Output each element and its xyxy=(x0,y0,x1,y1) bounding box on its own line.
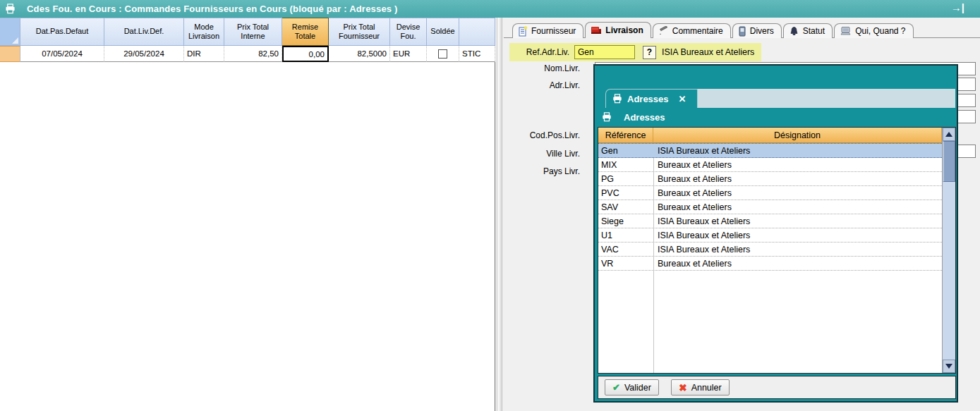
scrollbar-thumb[interactable] xyxy=(943,141,955,182)
cell-designation: ISIA Bureaux et Ateliers xyxy=(653,214,942,228)
scroll-up-button[interactable] xyxy=(943,128,955,141)
cell-reference: Gen xyxy=(598,144,653,157)
address-row-pg[interactable]: PG Bureaux et Ateliers xyxy=(598,172,942,186)
valider-button[interactable]: ✔ Valider xyxy=(605,379,659,395)
address-row-gen[interactable]: Gen ISIA Bureaux et Ateliers xyxy=(598,143,942,158)
col-header-prix-total-interne[interactable]: Prix Total Interne xyxy=(224,18,282,46)
cell-soldee xyxy=(427,46,459,62)
adresses-table-header: Référence Désignation xyxy=(598,128,942,143)
ville-livr-label: Ville Livr. xyxy=(502,149,580,159)
computer-icon xyxy=(840,26,852,36)
col-header-blank[interactable] xyxy=(459,18,495,46)
tab-label: Commentaire xyxy=(672,26,723,36)
soldee-checkbox[interactable] xyxy=(438,49,447,59)
close-icon[interactable]: ✕ xyxy=(679,94,686,104)
cell-designation: ISIA Bureaux et Ateliers xyxy=(653,243,942,256)
ref-adr-liv-description: ISIA Bureaux et Ateliers xyxy=(662,47,754,57)
col-header-prix-total-fournisseur[interactable]: Prix Total Fournisseur xyxy=(329,18,390,46)
cell-reference: PVC xyxy=(598,186,653,200)
check-icon: ✔ xyxy=(612,382,620,393)
tab-label: Fournisseur xyxy=(531,26,576,36)
dialog-tabstrip xyxy=(697,89,955,108)
col-header-dat-liv-def[interactable]: Dat.Liv.Def. xyxy=(104,18,184,46)
col-header-soldee[interactable]: Soldée xyxy=(427,18,459,46)
col-header-reference[interactable]: Référence xyxy=(598,128,653,143)
tab-fournisseur[interactable]: Fournisseur xyxy=(512,23,583,38)
adresses-dialog-tab[interactable]: Adresses ✕ xyxy=(605,89,698,108)
scroll-down-button[interactable] xyxy=(943,360,955,373)
cell-dat-liv-def[interactable]: 29/05/2024 xyxy=(104,46,184,62)
orders-grid-header: Dat.Pas.Defaut Dat.Liv.Def. Mode Livrais… xyxy=(0,18,495,46)
dialog-toolbar-title: Adresses xyxy=(624,112,665,123)
tab-label: Statut xyxy=(803,26,825,36)
cell-dat-pas-defaut[interactable]: 07/05/2024 xyxy=(20,46,104,62)
address-row-pvc[interactable]: PVC Bureaux et Ateliers xyxy=(598,186,942,200)
col-header-dat-pas-defaut[interactable]: Dat.Pas.Defaut xyxy=(20,18,104,46)
window-titlebar: Cdes Fou. en Cours : Commandes Fournisse… xyxy=(0,0,980,18)
cell-reference: VR xyxy=(598,257,653,270)
tab-statut[interactable]: Statut xyxy=(783,23,833,38)
address-row-mix[interactable]: MIX Bureaux et Ateliers xyxy=(598,158,942,172)
scrollbar[interactable] xyxy=(942,128,955,373)
tab-livraison[interactable]: Livraison xyxy=(585,22,651,38)
cell-designation: Bureaux et Ateliers xyxy=(653,172,942,185)
cell-designation: Bureaux et Ateliers xyxy=(653,186,942,200)
corner-triangle-icon xyxy=(12,37,18,44)
nom-livr-label: Nom.Livr. xyxy=(502,63,580,73)
cell-code[interactable]: STIC xyxy=(459,46,495,62)
dialog-toolbar: Adresses xyxy=(602,109,665,125)
address-row-vr[interactable]: VR Bureaux et Ateliers xyxy=(598,257,942,271)
tab-commentaire[interactable]: Commentaire xyxy=(653,23,731,38)
cell-remise-totale-selected[interactable]: 0,00 xyxy=(282,46,329,62)
cell-prix-total-interne[interactable]: 82,50 xyxy=(224,46,282,62)
lookup-question-button[interactable]: ? xyxy=(643,46,656,59)
adresses-table-body: Référence Désignation Gen ISIA Bureaux e… xyxy=(598,128,942,373)
cell-devise-fou[interactable]: EUR xyxy=(390,46,427,62)
tab-divers[interactable]: Divers xyxy=(732,23,782,38)
panel-splitter[interactable] xyxy=(496,18,502,411)
annuler-button[interactable]: ✖ Annuler xyxy=(671,379,730,395)
cell-reference: SAV xyxy=(598,200,653,214)
address-row-siege[interactable]: Siege ISIA Bureaux et Ateliers xyxy=(598,214,942,228)
order-row[interactable]: 07/05/2024 29/05/2024 DIR 82,50 0,00 82,… xyxy=(0,46,495,62)
col-header-designation[interactable]: Désignation xyxy=(653,128,942,143)
address-row-vac[interactable]: VAC ISIA Bureaux et Ateliers xyxy=(598,243,942,257)
orders-grid: Dat.Pas.Defaut Dat.Liv.Def. Mode Livrais… xyxy=(0,18,495,411)
select-all-corner[interactable] xyxy=(0,18,20,46)
cell-designation: Bureaux et Ateliers xyxy=(653,158,942,171)
dialog-tab-title: Adresses xyxy=(627,94,669,104)
arrow-up-icon xyxy=(945,132,952,137)
scrollbar-track[interactable] xyxy=(943,182,955,360)
col-header-remise-totale[interactable]: Remise Totale xyxy=(282,18,329,46)
cell-mode-livraison[interactable]: DIR xyxy=(184,46,224,62)
col-header-devise-fou[interactable]: Devise Fou. xyxy=(390,18,427,46)
cell-prix-total-fournisseur[interactable]: 82,5000 xyxy=(329,46,390,62)
cell-reference: Siege xyxy=(598,214,653,228)
pencil-icon xyxy=(658,26,669,36)
bell-icon xyxy=(789,26,799,37)
ref-adr-liv-row: Ref.Adr.Liv. Gen ? ISIA Bureaux et Ateli… xyxy=(509,43,761,61)
cell-designation: Bureaux et Ateliers xyxy=(653,257,942,270)
cell-designation: ISIA Bureaux et Ateliers xyxy=(653,144,942,157)
annuler-label: Annuler xyxy=(691,383,722,393)
tab-label: Divers xyxy=(750,26,774,36)
expand-arrow-icon[interactable]: →| xyxy=(951,1,964,13)
adresses-table: Référence Désignation Gen ISIA Bureaux e… xyxy=(598,127,956,374)
address-row-sav[interactable]: SAV Bureaux et Ateliers xyxy=(598,200,942,214)
tab-qui-quand[interactable]: Qui, Quand ? xyxy=(834,23,913,38)
cell-reference: U1 xyxy=(598,228,653,242)
ref-adr-liv-label: Ref.Adr.Liv. xyxy=(509,47,574,57)
ref-adr-liv-input[interactable]: Gen xyxy=(574,45,635,59)
detail-tabs: Fournisseur Livraison Commentaire Dive xyxy=(512,23,915,38)
arrow-down-icon xyxy=(945,364,952,369)
row-selector[interactable] xyxy=(0,46,20,62)
cell-reference: VAC xyxy=(598,243,653,256)
address-row-u1[interactable]: U1 ISIA Bureaux et Ateliers xyxy=(598,228,942,243)
ref-adr-liv-value: Gen xyxy=(578,47,594,57)
col-header-mode-livraison[interactable]: Mode Livraison xyxy=(184,18,224,46)
valider-label: Valider xyxy=(624,383,651,393)
adresses-dialog: Adresses ✕ Adresses Référence Désignatio… xyxy=(593,64,958,403)
printer-icon xyxy=(602,112,612,122)
adr-livr-label: Adr.Livr. xyxy=(502,80,580,90)
cell-designation: ISIA Bureaux et Ateliers xyxy=(653,228,942,242)
